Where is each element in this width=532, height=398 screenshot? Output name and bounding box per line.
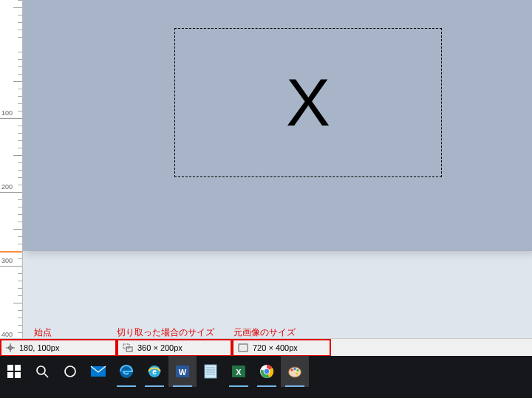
annotation-image-size: 元画像のサイズ bbox=[233, 326, 296, 339]
taskbar-notepad-button[interactable] bbox=[197, 356, 225, 387]
status-image-size-cell: 720 × 400px bbox=[232, 339, 331, 357]
selection-box[interactable]: X bbox=[174, 28, 442, 177]
taskbar[interactable]: e W X bbox=[0, 356, 532, 398]
status-image-size-value: 720 × 400px bbox=[253, 343, 298, 352]
svg-point-21 bbox=[265, 369, 270, 374]
svg-rect-6 bbox=[7, 372, 13, 378]
svg-point-23 bbox=[290, 368, 293, 371]
annotation-start: 始点 bbox=[34, 326, 52, 339]
svg-rect-16 bbox=[205, 365, 216, 378]
taskbar-word-button[interactable]: W bbox=[168, 356, 197, 387]
status-crop-size-value: 360 × 200px bbox=[137, 343, 183, 352]
svg-point-9 bbox=[65, 366, 75, 377]
taskbar-start-button[interactable] bbox=[0, 356, 28, 387]
svg-point-8 bbox=[37, 366, 45, 374]
annotation-crop-size: 切り取った場合のサイズ bbox=[117, 326, 214, 339]
crop-size-icon bbox=[123, 343, 133, 352]
status-crop-size-cell: 360 × 200px bbox=[117, 339, 232, 357]
annotation-labels: 始点 切り取った場合のサイズ 元画像のサイズ bbox=[0, 326, 532, 338]
taskbar-search-button[interactable] bbox=[28, 356, 56, 387]
svg-rect-5 bbox=[15, 365, 21, 371]
image-size-icon bbox=[238, 343, 248, 352]
svg-text:X: X bbox=[236, 368, 242, 377]
ruler-tick-label: 300 bbox=[1, 257, 13, 264]
status-position-value: 180, 100px bbox=[19, 343, 59, 352]
svg-text:W: W bbox=[179, 368, 187, 377]
ruler-tick-label: 100 bbox=[1, 109, 13, 117]
svg-point-26 bbox=[296, 372, 298, 374]
ruler-tick-label: 200 bbox=[1, 183, 13, 191]
status-position-cell: 180, 100px bbox=[0, 339, 117, 357]
taskbar-taskview-button[interactable] bbox=[56, 356, 84, 387]
taskbar-excel-button[interactable]: X bbox=[225, 356, 253, 387]
svg-rect-4 bbox=[7, 365, 13, 371]
svg-text:e: e bbox=[152, 368, 157, 376]
selection-placeholder-char: X bbox=[286, 69, 330, 136]
taskbar-chrome-button[interactable] bbox=[253, 356, 281, 387]
taskbar-mail-button[interactable] bbox=[84, 356, 112, 387]
image-surface[interactable]: X bbox=[22, 0, 532, 251]
svg-point-25 bbox=[296, 369, 299, 371]
status-bar: 180, 100px 360 × 200px 720 × 400px bbox=[0, 338, 532, 357]
svg-rect-7 bbox=[15, 372, 21, 378]
ruler-marker bbox=[0, 251, 22, 253]
taskbar-edge-button[interactable] bbox=[112, 356, 140, 387]
ruler-vertical: 100200300400 bbox=[0, 0, 23, 353]
taskbar-paint-button[interactable] bbox=[281, 356, 309, 387]
svg-point-24 bbox=[293, 368, 296, 370]
crosshair-icon bbox=[6, 343, 15, 352]
canvas-area[interactable]: X 100200300400 bbox=[0, 0, 532, 353]
taskbar-ie-button[interactable]: e bbox=[140, 356, 168, 387]
